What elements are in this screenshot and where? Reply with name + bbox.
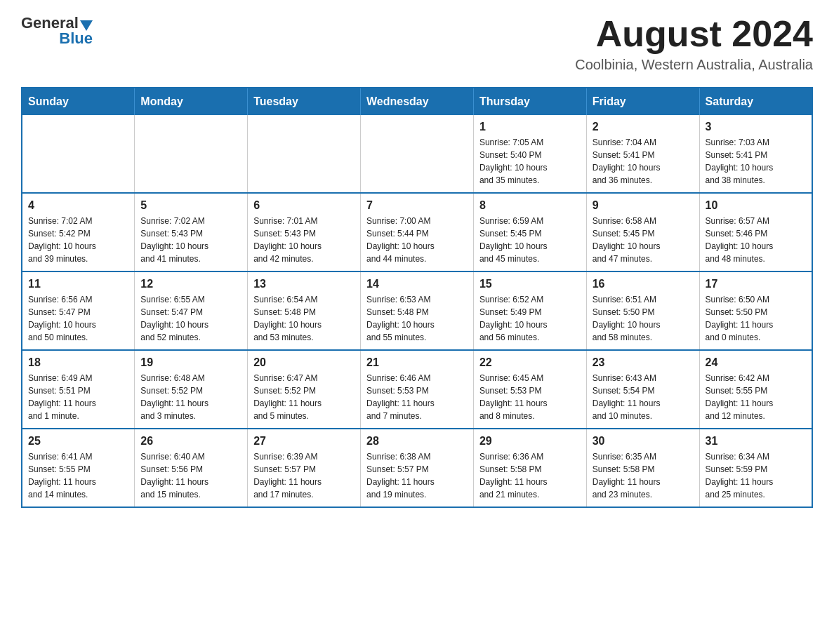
day-number: 22 (479, 356, 581, 369)
calendar-cell: 25Sunrise: 6:41 AM Sunset: 5:55 PM Dayli… (22, 429, 135, 507)
day-info: Sunrise: 6:35 AM Sunset: 5:58 PM Dayligh… (593, 450, 694, 501)
day-info: Sunrise: 6:39 AM Sunset: 5:57 PM Dayligh… (253, 450, 355, 501)
day-number: 24 (706, 356, 806, 369)
calendar-cell: 18Sunrise: 6:49 AM Sunset: 5:51 PM Dayli… (22, 350, 135, 429)
day-number: 14 (366, 278, 468, 290)
weekday-header-wednesday: Wednesday (361, 88, 474, 115)
day-number: 7 (366, 199, 468, 212)
day-number: 28 (366, 435, 468, 448)
day-number: 23 (593, 356, 694, 369)
calendar-cell: 29Sunrise: 6:36 AM Sunset: 5:58 PM Dayli… (473, 429, 586, 507)
calendar-cell: 21Sunrise: 6:46 AM Sunset: 5:53 PM Dayli… (361, 350, 474, 429)
calendar-cell: 8Sunrise: 6:59 AM Sunset: 5:45 PM Daylig… (473, 193, 586, 271)
calendar-cell: 12Sunrise: 6:55 AM Sunset: 5:47 PM Dayli… (135, 271, 248, 350)
calendar-cell: 31Sunrise: 6:34 AM Sunset: 5:59 PM Dayli… (699, 429, 812, 507)
day-info: Sunrise: 6:59 AM Sunset: 5:45 PM Dayligh… (479, 215, 581, 265)
day-info: Sunrise: 7:01 AM Sunset: 5:43 PM Dayligh… (253, 215, 355, 265)
calendar-cell: 13Sunrise: 6:54 AM Sunset: 5:48 PM Dayli… (248, 271, 361, 350)
calendar-table: SundayMondayTuesdayWednesdayThursdayFrid… (21, 87, 813, 508)
day-info: Sunrise: 7:04 AM Sunset: 5:41 PM Dayligh… (593, 136, 694, 187)
day-number: 6 (253, 199, 355, 212)
calendar-cell: 3Sunrise: 7:03 AM Sunset: 5:41 PM Daylig… (699, 115, 812, 193)
day-info: Sunrise: 6:52 AM Sunset: 5:49 PM Dayligh… (479, 293, 581, 344)
day-info: Sunrise: 6:38 AM Sunset: 5:57 PM Dayligh… (366, 450, 468, 501)
weekday-header-tuesday: Tuesday (248, 88, 361, 115)
day-info: Sunrise: 6:45 AM Sunset: 5:53 PM Dayligh… (479, 372, 581, 422)
day-info: Sunrise: 7:00 AM Sunset: 5:44 PM Dayligh… (366, 215, 468, 265)
day-number: 12 (140, 278, 241, 290)
calendar-cell: 22Sunrise: 6:45 AM Sunset: 5:53 PM Dayli… (473, 350, 586, 429)
day-number: 1 (479, 121, 581, 133)
day-info: Sunrise: 6:43 AM Sunset: 5:54 PM Dayligh… (593, 372, 694, 422)
logo: General Blue (21, 14, 93, 48)
location-subtitle: Coolbinia, Western Australia, Australia (575, 57, 813, 73)
day-number: 25 (28, 435, 128, 448)
calendar-cell (22, 115, 135, 193)
day-info: Sunrise: 6:34 AM Sunset: 5:59 PM Dayligh… (706, 450, 806, 501)
day-number: 13 (253, 278, 355, 290)
day-number: 18 (28, 356, 128, 369)
calendar-cell: 5Sunrise: 7:02 AM Sunset: 5:43 PM Daylig… (135, 193, 248, 271)
calendar-cell: 11Sunrise: 6:56 AM Sunset: 5:47 PM Dayli… (22, 271, 135, 350)
day-info: Sunrise: 6:49 AM Sunset: 5:51 PM Dayligh… (28, 372, 128, 422)
day-number: 9 (593, 199, 694, 212)
calendar-cell: 7Sunrise: 7:00 AM Sunset: 5:44 PM Daylig… (361, 193, 474, 271)
day-info: Sunrise: 7:03 AM Sunset: 5:41 PM Dayligh… (706, 136, 806, 187)
day-number: 20 (253, 356, 355, 369)
day-number: 4 (28, 199, 128, 212)
calendar-cell: 1Sunrise: 7:05 AM Sunset: 5:40 PM Daylig… (473, 115, 586, 193)
day-info: Sunrise: 6:48 AM Sunset: 5:52 PM Dayligh… (140, 372, 241, 422)
calendar-cell (135, 115, 248, 193)
day-number: 26 (140, 435, 241, 448)
calendar-cell: 30Sunrise: 6:35 AM Sunset: 5:58 PM Dayli… (586, 429, 699, 507)
calendar-header-row: SundayMondayTuesdayWednesdayThursdayFrid… (22, 88, 812, 115)
weekday-header-monday: Monday (135, 88, 248, 115)
calendar-cell: 14Sunrise: 6:53 AM Sunset: 5:48 PM Dayli… (361, 271, 474, 350)
day-info: Sunrise: 6:50 AM Sunset: 5:50 PM Dayligh… (706, 293, 806, 344)
weekday-header-thursday: Thursday (473, 88, 586, 115)
calendar-cell: 10Sunrise: 6:57 AM Sunset: 5:46 PM Dayli… (699, 193, 812, 271)
day-info: Sunrise: 6:54 AM Sunset: 5:48 PM Dayligh… (253, 293, 355, 344)
calendar-cell: 19Sunrise: 6:48 AM Sunset: 5:52 PM Dayli… (135, 350, 248, 429)
day-info: Sunrise: 7:02 AM Sunset: 5:43 PM Dayligh… (140, 215, 241, 265)
day-info: Sunrise: 6:51 AM Sunset: 5:50 PM Dayligh… (593, 293, 694, 344)
calendar-week-row: 1Sunrise: 7:05 AM Sunset: 5:40 PM Daylig… (22, 115, 812, 193)
calendar-week-row: 11Sunrise: 6:56 AM Sunset: 5:47 PM Dayli… (22, 271, 812, 350)
day-info: Sunrise: 6:36 AM Sunset: 5:58 PM Dayligh… (479, 450, 581, 501)
day-info: Sunrise: 6:56 AM Sunset: 5:47 PM Dayligh… (28, 293, 128, 344)
calendar-cell: 6Sunrise: 7:01 AM Sunset: 5:43 PM Daylig… (248, 193, 361, 271)
day-info: Sunrise: 6:42 AM Sunset: 5:55 PM Dayligh… (706, 372, 806, 422)
title-block: August 2024 Coolbinia, Western Australia… (575, 14, 813, 73)
day-info: Sunrise: 6:46 AM Sunset: 5:53 PM Dayligh… (366, 372, 468, 422)
day-number: 19 (140, 356, 241, 369)
calendar-cell: 28Sunrise: 6:38 AM Sunset: 5:57 PM Dayli… (361, 429, 474, 507)
weekday-header-saturday: Saturday (699, 88, 812, 115)
day-number: 11 (28, 278, 128, 290)
day-info: Sunrise: 6:53 AM Sunset: 5:48 PM Dayligh… (366, 293, 468, 344)
day-info: Sunrise: 6:40 AM Sunset: 5:56 PM Dayligh… (140, 450, 241, 501)
day-number: 3 (706, 121, 806, 133)
day-number: 2 (593, 121, 694, 133)
day-info: Sunrise: 7:02 AM Sunset: 5:42 PM Dayligh… (28, 215, 128, 265)
day-number: 15 (479, 278, 581, 290)
calendar-cell: 26Sunrise: 6:40 AM Sunset: 5:56 PM Dayli… (135, 429, 248, 507)
calendar-week-row: 4Sunrise: 7:02 AM Sunset: 5:42 PM Daylig… (22, 193, 812, 271)
calendar-cell: 15Sunrise: 6:52 AM Sunset: 5:49 PM Dayli… (473, 271, 586, 350)
day-number: 10 (706, 199, 806, 212)
weekday-header-sunday: Sunday (22, 88, 135, 115)
month-title: August 2024 (575, 14, 813, 54)
day-number: 30 (593, 435, 694, 448)
calendar-cell: 27Sunrise: 6:39 AM Sunset: 5:57 PM Dayli… (248, 429, 361, 507)
calendar-week-row: 18Sunrise: 6:49 AM Sunset: 5:51 PM Dayli… (22, 350, 812, 429)
day-info: Sunrise: 6:55 AM Sunset: 5:47 PM Dayligh… (140, 293, 241, 344)
day-number: 27 (253, 435, 355, 448)
calendar-week-row: 25Sunrise: 6:41 AM Sunset: 5:55 PM Dayli… (22, 429, 812, 507)
calendar-cell: 4Sunrise: 7:02 AM Sunset: 5:42 PM Daylig… (22, 193, 135, 271)
day-info: Sunrise: 6:41 AM Sunset: 5:55 PM Dayligh… (28, 450, 128, 501)
day-info: Sunrise: 6:58 AM Sunset: 5:45 PM Dayligh… (593, 215, 694, 265)
calendar-cell: 16Sunrise: 6:51 AM Sunset: 5:50 PM Dayli… (586, 271, 699, 350)
calendar-cell (361, 115, 474, 193)
day-number: 31 (706, 435, 806, 448)
day-number: 5 (140, 199, 241, 212)
day-info: Sunrise: 6:57 AM Sunset: 5:46 PM Dayligh… (706, 215, 806, 265)
